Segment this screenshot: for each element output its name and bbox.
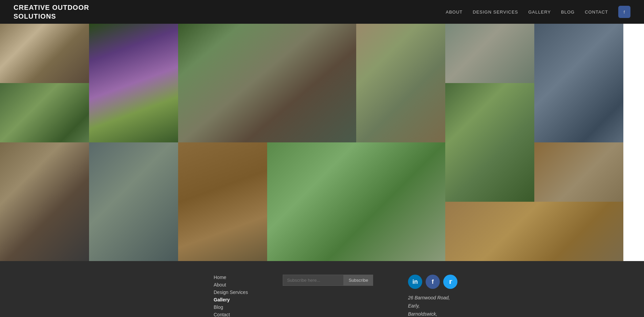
facebook-header-icon[interactable]: f bbox=[618, 6, 630, 18]
footer-nav-blog[interactable]: Blog bbox=[214, 304, 248, 310]
nav-contact[interactable]: CONTACT bbox=[585, 9, 608, 15]
footer-right: in f 𝕣 26 Barnwood Road, Early, Barnolds… bbox=[408, 275, 457, 317]
linkedin-icon[interactable]: in bbox=[408, 275, 422, 289]
footer-address: 26 Barnwood Road, Early, Barnoldswick, L… bbox=[408, 294, 450, 317]
gallery-item[interactable] bbox=[267, 142, 445, 261]
subscribe-button[interactable]: Subscribe bbox=[344, 275, 373, 286]
nav-design-services[interactable]: DESIGN SERVICES bbox=[473, 9, 518, 15]
gallery-item[interactable] bbox=[534, 24, 623, 142]
footer-nav-home[interactable]: Home bbox=[214, 275, 248, 280]
footer-nav: Home About Design Services Gallery Blog … bbox=[214, 275, 248, 317]
gallery-item[interactable] bbox=[0, 142, 89, 261]
twitter-icon[interactable]: 𝕣 bbox=[443, 275, 457, 289]
social-icons: in f 𝕣 bbox=[408, 275, 457, 289]
facebook-footer-icon[interactable]: f bbox=[426, 275, 440, 289]
gallery-item[interactable] bbox=[178, 24, 356, 142]
site-footer: Home About Design Services Gallery Blog … bbox=[0, 261, 644, 317]
footer-nav-about[interactable]: About bbox=[214, 282, 248, 288]
gallery-item[interactable] bbox=[89, 142, 178, 261]
site-logo: CREATIVE OUTDOOR SOLUTIONS bbox=[14, 3, 89, 21]
gallery-item[interactable] bbox=[445, 24, 534, 83]
gallery-item[interactable] bbox=[178, 142, 267, 261]
footer-nav-contact[interactable]: Contact bbox=[214, 312, 248, 317]
gallery-item[interactable] bbox=[0, 24, 89, 83]
gallery-item[interactable] bbox=[356, 24, 445, 142]
gallery-item[interactable] bbox=[445, 202, 623, 261]
gallery-item[interactable] bbox=[89, 24, 178, 142]
nav-about[interactable]: ABOUT bbox=[446, 9, 463, 15]
footer-nav-gallery[interactable]: Gallery bbox=[214, 297, 248, 302]
subscribe-input[interactable] bbox=[283, 275, 344, 286]
gallery-item[interactable] bbox=[0, 83, 89, 142]
gallery-grid bbox=[0, 24, 644, 261]
footer-nav-design-services[interactable]: Design Services bbox=[214, 290, 248, 295]
nav-blog[interactable]: BLOG bbox=[561, 9, 575, 15]
nav-gallery[interactable]: GALLERY bbox=[528, 9, 551, 15]
footer-subscribe-section: Subscribe bbox=[283, 275, 373, 286]
site-header: CREATIVE OUTDOOR SOLUTIONS ABOUT DESIGN … bbox=[0, 0, 644, 24]
gallery-item[interactable] bbox=[445, 83, 534, 202]
main-nav: ABOUT DESIGN SERVICES GALLERY BLOG CONTA… bbox=[446, 6, 630, 18]
